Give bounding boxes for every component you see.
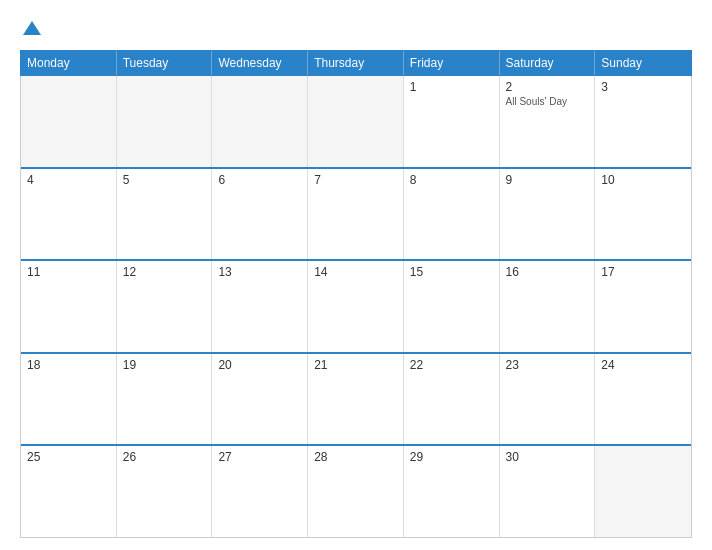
day-number: 28 [314, 450, 397, 464]
day-number: 15 [410, 265, 493, 279]
day-number: 27 [218, 450, 301, 464]
day-number: 16 [506, 265, 589, 279]
calendar-body: 12All Souls' Day345678910111213141516171… [20, 76, 692, 538]
calendar-cell [308, 76, 404, 167]
calendar-cell: 10 [595, 169, 691, 260]
weekday-header-sunday: Sunday [595, 51, 691, 75]
calendar-page: MondayTuesdayWednesdayThursdayFridaySatu… [0, 0, 712, 550]
calendar-week-3: 11121314151617 [21, 261, 691, 354]
day-number: 20 [218, 358, 301, 372]
calendar-cell: 29 [404, 446, 500, 537]
day-number: 25 [27, 450, 110, 464]
calendar-cell: 14 [308, 261, 404, 352]
calendar-cell: 26 [117, 446, 213, 537]
calendar-cell: 30 [500, 446, 596, 537]
calendar-cell: 20 [212, 354, 308, 445]
calendar-cell: 15 [404, 261, 500, 352]
day-number: 29 [410, 450, 493, 464]
weekday-header-saturday: Saturday [500, 51, 596, 75]
day-number: 22 [410, 358, 493, 372]
day-number: 3 [601, 80, 685, 94]
calendar-cell [595, 446, 691, 537]
calendar-week-5: 252627282930 [21, 446, 691, 537]
weekday-header-monday: Monday [21, 51, 117, 75]
calendar-cell: 8 [404, 169, 500, 260]
calendar-cell: 13 [212, 261, 308, 352]
calendar-cell: 2All Souls' Day [500, 76, 596, 167]
calendar-cell: 3 [595, 76, 691, 167]
calendar-cell: 28 [308, 446, 404, 537]
calendar-cell [21, 76, 117, 167]
day-number: 10 [601, 173, 685, 187]
calendar-cell: 9 [500, 169, 596, 260]
day-number: 30 [506, 450, 589, 464]
calendar-cell: 17 [595, 261, 691, 352]
day-number: 2 [506, 80, 589, 94]
day-number: 17 [601, 265, 685, 279]
calendar: MondayTuesdayWednesdayThursdayFridaySatu… [20, 50, 692, 538]
logo-icon [21, 17, 43, 39]
calendar-cell [117, 76, 213, 167]
svg-marker-0 [23, 21, 41, 35]
day-number: 7 [314, 173, 397, 187]
calendar-cell: 5 [117, 169, 213, 260]
calendar-cell: 24 [595, 354, 691, 445]
calendar-cell: 23 [500, 354, 596, 445]
day-number: 4 [27, 173, 110, 187]
calendar-cell: 27 [212, 446, 308, 537]
day-number: 26 [123, 450, 206, 464]
day-number: 13 [218, 265, 301, 279]
holiday-name: All Souls' Day [506, 96, 589, 107]
calendar-cell: 6 [212, 169, 308, 260]
calendar-cell: 19 [117, 354, 213, 445]
calendar-week-2: 45678910 [21, 169, 691, 262]
header [20, 18, 692, 40]
weekday-header-wednesday: Wednesday [212, 51, 308, 75]
calendar-cell: 25 [21, 446, 117, 537]
calendar-cell: 22 [404, 354, 500, 445]
calendar-week-4: 18192021222324 [21, 354, 691, 447]
day-number: 5 [123, 173, 206, 187]
calendar-header: MondayTuesdayWednesdayThursdayFridaySatu… [20, 50, 692, 76]
day-number: 1 [410, 80, 493, 94]
weekday-header-tuesday: Tuesday [117, 51, 213, 75]
day-number: 14 [314, 265, 397, 279]
day-number: 11 [27, 265, 110, 279]
calendar-cell: 12 [117, 261, 213, 352]
calendar-cell: 11 [21, 261, 117, 352]
calendar-week-1: 12All Souls' Day3 [21, 76, 691, 169]
day-number: 8 [410, 173, 493, 187]
day-number: 12 [123, 265, 206, 279]
day-number: 6 [218, 173, 301, 187]
day-number: 23 [506, 358, 589, 372]
day-number: 24 [601, 358, 685, 372]
calendar-cell: 4 [21, 169, 117, 260]
calendar-cell: 7 [308, 169, 404, 260]
logo [20, 18, 43, 40]
calendar-cell: 1 [404, 76, 500, 167]
day-number: 19 [123, 358, 206, 372]
weekday-header-friday: Friday [404, 51, 500, 75]
day-number: 9 [506, 173, 589, 187]
day-number: 21 [314, 358, 397, 372]
calendar-cell: 18 [21, 354, 117, 445]
calendar-cell [212, 76, 308, 167]
weekday-header-thursday: Thursday [308, 51, 404, 75]
calendar-cell: 21 [308, 354, 404, 445]
calendar-cell: 16 [500, 261, 596, 352]
day-number: 18 [27, 358, 110, 372]
